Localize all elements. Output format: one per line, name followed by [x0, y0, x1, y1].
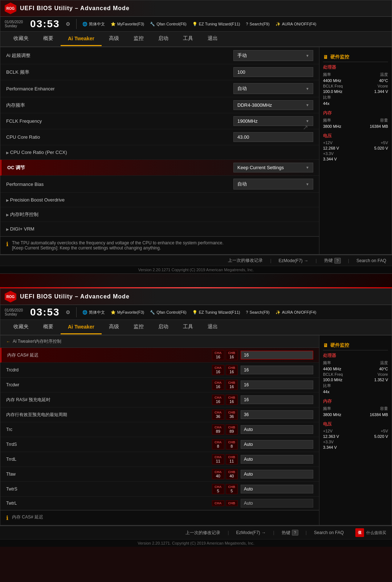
fav-icon-1: ⭐: [111, 22, 116, 27]
setting-mem-freq: 内存频率 DDR4-3800MHz: [0, 97, 319, 113]
trcdrd-value[interactable]: 16: [241, 366, 313, 374]
topnav-lang-1[interactable]: 🌐 简体中文: [82, 21, 105, 27]
hotkey-btn-2[interactable]: 热键 ?: [282, 530, 298, 536]
nav-overview-2[interactable]: 概要: [36, 320, 61, 335]
cpu-ratio-value[interactable]: 43.00: [233, 132, 313, 142]
tfaw-cha-chb: CHA 40 CHB 40: [212, 469, 238, 479]
twtrs-value[interactable]: Auto: [241, 485, 313, 493]
topnav-lang-2[interactable]: 🌐 简体中文: [82, 310, 105, 315]
pbo-label: Precision Boost Overdrive: [6, 197, 313, 203]
topnav-aura-2[interactable]: ✨ AURA ON/OFF(F4): [275, 310, 317, 315]
v12-value-1: 12.268 V: [323, 146, 339, 150]
nav-monitor-1[interactable]: 监控: [126, 32, 151, 46]
title-bar-1: ROG UEFI BIOS Utility – Advanced Mode: [0, 0, 392, 17]
trc-label: Trc: [6, 427, 212, 432]
nav-favorites-2[interactable]: 收藏夹: [6, 320, 36, 335]
hotkey-btn[interactable]: 热键 ?: [324, 257, 341, 264]
setting-mem-timing[interactable]: 内存时序控制: [0, 207, 319, 222]
mem-freq-value[interactable]: DDR4-3800MHz: [233, 100, 313, 110]
setting-pbo[interactable]: Precision Boost Overdrive: [0, 193, 319, 207]
nav-favorites-1[interactable]: 收藏夹: [6, 32, 36, 46]
trc-value[interactable]: Auto: [241, 425, 313, 434]
setting-bclk: BCLK 频率 100: [0, 64, 319, 80]
nav-exit-1[interactable]: 退出: [200, 32, 225, 46]
trrds-value[interactable]: Auto: [241, 440, 313, 449]
nav-overview-1[interactable]: 概要: [36, 32, 61, 46]
mem-group-title-2: 内存: [323, 398, 388, 404]
fclk-value[interactable]: 1900MHz: [233, 116, 313, 126]
aura-icon-1: ✨: [275, 22, 281, 27]
v5-value-1: 5.020 V: [374, 146, 388, 150]
oc-adjust-value[interactable]: Keep Current Settings: [233, 163, 313, 172]
topnav-ez-2[interactable]: 💡 EZ Tuning Wizard(F11): [192, 310, 240, 315]
nav-aitweaker-1[interactable]: Ai Tweaker: [61, 32, 102, 46]
cas-value[interactable]: 16: [241, 351, 313, 359]
ai-overclock-value[interactable]: 手动: [233, 50, 313, 61]
nav-tools-2[interactable]: 工具: [176, 320, 200, 335]
nav-aitweaker-2[interactable]: Ai Tweaker: [61, 320, 102, 334]
nav-advanced-1[interactable]: 高级: [102, 32, 126, 46]
nav-monitor-2[interactable]: 监控: [126, 320, 151, 335]
trcdwr-label: Trcdwr: [6, 382, 212, 387]
mem-timing-cas: 内存 CAS# 延迟 CHA 16 CHB 16 16: [0, 348, 319, 363]
topnav-search-1[interactable]: ? Search(F9): [246, 22, 269, 26]
panel2-bottom-area: 上一次的修改记录 | EzMode(F7) → | 热键 ? | Search …: [0, 525, 392, 547]
hw-monitor-sidebar-2: 🖥 硬件监控 处理器 频率 温度 4400 MHz 40°C BCLK Freq…: [319, 335, 392, 525]
ezmode-btn-2[interactable]: EzMode(F7) →: [236, 530, 266, 535]
mem-freq-val-row-2: 3800 MHz 16384 MB: [323, 412, 388, 417]
nav-advanced-2[interactable]: 高级: [102, 320, 126, 335]
tras-value[interactable]: 36: [241, 410, 313, 419]
search-faq-btn[interactable]: Search on FAQ: [356, 258, 386, 263]
last-change-btn-2[interactable]: 上一次的修改记录: [185, 530, 220, 536]
breadcrumb-text: Ai Tweaker\内存时序控制: [13, 338, 61, 345]
tfaw-value[interactable]: Auto: [241, 470, 313, 479]
topnav-fav-1[interactable]: ⭐ MyFavorite(F3): [111, 22, 144, 27]
nav-boot-1[interactable]: 启动: [151, 32, 176, 46]
rog-logo-2: ROG: [5, 291, 16, 302]
last-change-btn[interactable]: 上一次的修改记录: [228, 257, 263, 264]
bclk-value[interactable]: 100: [233, 67, 313, 77]
v33-label-row-2: +3.3V: [323, 440, 388, 444]
setting-perf-bias: Performance Bias 自动: [0, 176, 319, 193]
trcdwr-value[interactable]: 16: [241, 380, 313, 389]
mem-timing-trcdrd: Trcdrd CHA 16 CHB 16 16: [0, 363, 319, 378]
tras-cha-box: CHA 36: [212, 410, 224, 420]
setting-perf-enhancer: Performance Enhancer 自动: [0, 80, 319, 97]
voltage-group-2: 电压 +12V +5V 12.363 V 5.020 V +3.3V 3.344…: [323, 421, 388, 449]
tfaw-chb-box: CHB 40: [226, 469, 238, 479]
topnav-qfan-2[interactable]: 🔧 Qfan Control(F6): [150, 310, 187, 315]
twtrl-value[interactable]: Auto: [241, 499, 313, 508]
trc-cha-chb: CHA 89 CHB 89: [212, 424, 238, 435]
search-faq-btn-2[interactable]: Search on FAQ: [314, 530, 344, 535]
mem-timing-twtrl: TwtrL CHA CHB Auto: [0, 497, 319, 510]
nav-tools-1[interactable]: 工具: [176, 32, 200, 46]
fclk-label: FCLK Frequency: [6, 118, 233, 124]
watermark-text: 什么值得买: [366, 530, 386, 536]
perf-enhancer-value[interactable]: 自动: [233, 83, 313, 94]
mem-timing-trrds: TrrdS CHA 8 CHB 8 Auto: [0, 437, 319, 452]
ras-precharge-value[interactable]: 16: [241, 395, 313, 404]
topnav-fav-2[interactable]: ⭐ MyFavorite(F3): [111, 310, 144, 315]
cpu-freq-label-1: 频率: [323, 72, 331, 77]
perf-bias-value[interactable]: 自动: [233, 179, 313, 190]
trrds-cha-chb: CHA 8 CHB 8: [212, 439, 238, 449]
cas-cha-box: CHA 16: [212, 350, 224, 360]
info-bar-2: ℹ 内存 CAS# 延迟: [0, 510, 319, 525]
nav-boot-2[interactable]: 启动: [151, 320, 176, 335]
topnav-aura-1[interactable]: ✨ AURA ON/OFF(F4): [275, 22, 317, 27]
topnav-qfan-1[interactable]: 🔧 Qfan Control(F6): [150, 22, 187, 27]
topnav-ez-1[interactable]: 💡 EZ Tuning Wizard(F11): [192, 22, 240, 27]
v12-label-row-1: +12V +5V: [323, 141, 388, 145]
cpu-group-title-1: 处理器: [323, 64, 388, 70]
trrdl-value[interactable]: Auto: [241, 455, 313, 464]
panel-separator: [0, 274, 392, 288]
rog-logo-1: ROG: [5, 3, 16, 14]
nav-exit-2[interactable]: 退出: [200, 320, 225, 335]
cas-cha-chb: CHA 16 CHB 16: [212, 350, 238, 360]
setting-digi-vrm[interactable]: DIGI+ VRM: [0, 222, 319, 236]
clock-1: 03:53: [30, 18, 60, 30]
ezmode-btn[interactable]: EzMode(F7) →: [279, 258, 309, 263]
cpu-ratio-perccx-label: CPU Core Ratio (Per CCX): [6, 150, 313, 155]
topnav-search-2[interactable]: ? Search(F9): [246, 310, 269, 314]
setting-cpu-ratio-perccx[interactable]: CPU Core Ratio (Per CCX): [0, 145, 319, 160]
